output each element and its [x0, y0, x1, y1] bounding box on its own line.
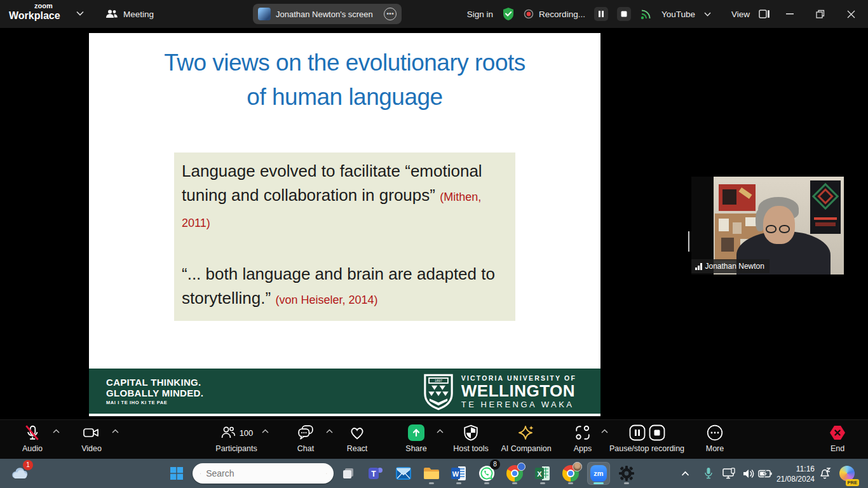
quote-mithen: Language evolved to facilitate “emotiona… — [182, 159, 508, 235]
security-shield-icon[interactable] — [502, 7, 515, 21]
end-meeting-button[interactable]: End — [809, 423, 866, 458]
view-button[interactable]: View — [731, 10, 750, 19]
start-button[interactable] — [165, 462, 188, 485]
taskbar-clock[interactable]: 11:16 21/08/2024 — [770, 462, 815, 485]
stop-recording-icon[interactable] — [649, 424, 665, 441]
tab-meeting[interactable]: Meeting — [102, 5, 158, 23]
zoom-logo-text: zoom — [34, 3, 60, 10]
more-button[interactable]: More — [686, 423, 743, 458]
university-tagline: CAPITAL THINKING. GLOBALLY MINDED. MAI I… — [106, 377, 203, 405]
volume-indicator[interactable] — [740, 462, 758, 485]
more-ellipsis-icon — [707, 424, 723, 441]
word-app-button[interactable]: W — [447, 462, 470, 485]
gear-icon — [618, 465, 635, 482]
mail-app-button[interactable] — [392, 462, 415, 485]
zoom-workplace-logo: zoom Workplace — [9, 3, 60, 21]
task-view-button[interactable] — [337, 462, 360, 485]
participants-button[interactable]: 100 Participants — [201, 423, 271, 458]
search-icon — [200, 469, 201, 478]
shared-slide: Two views on the evolutionary roots of h… — [89, 33, 600, 416]
mail-icon — [395, 465, 412, 482]
cast-display-indicator[interactable] — [720, 462, 739, 485]
apps-icon — [574, 424, 591, 441]
restore-window-button[interactable] — [810, 4, 831, 24]
file-explorer-button[interactable] — [420, 462, 443, 485]
taskbar-search[interactable] — [193, 463, 334, 484]
chat-button[interactable]: Chat — [277, 423, 334, 458]
chevron-up-icon[interactable] — [112, 429, 119, 433]
folder-icon — [423, 466, 440, 480]
chrome-profile-app-button[interactable] — [559, 462, 582, 485]
chrome-icon — [562, 465, 579, 482]
zoom-app-button[interactable]: zm — [587, 462, 610, 485]
tray-expand-button[interactable] — [676, 462, 694, 485]
meeting-people-icon — [105, 9, 118, 19]
ai-companion-button[interactable]: AI Companion — [491, 423, 561, 458]
participant-video-tile[interactable]: Jonathan Newton — [691, 177, 844, 274]
microphone-in-use-indicator[interactable] — [700, 462, 717, 485]
participants-icon — [220, 425, 236, 440]
chevron-down-icon[interactable] — [76, 11, 84, 16]
minimize-button[interactable] — [779, 4, 801, 24]
react-button[interactable]: React — [329, 423, 386, 458]
video-button[interactable]: Video — [63, 423, 120, 458]
svg-text:W: W — [452, 470, 459, 478]
audio-button[interactable]: Audio — [4, 423, 61, 458]
search-input[interactable] — [206, 468, 321, 478]
slide-quote-box: Language evolved to facilitate “emotiona… — [174, 152, 515, 321]
stop-recording-button[interactable] — [617, 7, 631, 21]
participant-name: Jonathan Newton — [705, 262, 764, 271]
window-titlebar: zoom Workplace Meeting Jonathan Newton's… — [0, 0, 868, 28]
recording-indicator: Recording... — [524, 9, 585, 19]
notifications-button[interactable] — [816, 462, 834, 485]
recording-label: Recording... — [539, 10, 585, 19]
slide-title: Two views on the evolutionary roots of h… — [89, 46, 600, 114]
meeting-tab-label: Meeting — [123, 10, 154, 19]
chrome-icon — [506, 465, 523, 482]
ai-companion-sparkle-icon — [517, 424, 535, 442]
logo-year-text: 1897 — [435, 379, 442, 383]
weather-widget[interactable]: 1 — [9, 462, 32, 485]
shared-screen-avatar — [258, 8, 271, 20]
camera-icon — [83, 425, 100, 440]
chevron-up-icon[interactable] — [53, 429, 60, 433]
svg-text:X: X — [537, 470, 542, 478]
zoom-app-icon: zm — [590, 465, 607, 482]
pause-stop-recording-button[interactable]: Pause/stop recording — [596, 423, 698, 458]
recording-dot-icon — [524, 9, 534, 19]
microphone-muted-icon — [24, 424, 41, 441]
youtube-live-button[interactable]: YouTube — [661, 10, 695, 19]
end-meeting-icon — [829, 424, 846, 441]
signal-strength-icon — [695, 263, 702, 270]
excel-app-button[interactable]: X — [531, 462, 554, 485]
settings-app-button[interactable] — [615, 462, 638, 485]
pause-recording-button[interactable] — [594, 7, 608, 21]
copilot-pre-badge: PRE — [846, 479, 859, 486]
whatsapp-app-button[interactable]: 8 — [475, 462, 498, 485]
sign-in-button[interactable]: Sign in — [467, 10, 493, 19]
svg-text:T: T — [371, 470, 376, 478]
teams-app-button[interactable]: T — [364, 462, 387, 485]
meeting-controls-toolbar: Audio Video 100 Participants — [0, 419, 868, 459]
workplace-logo-text: Workplace — [9, 11, 60, 21]
tray-date: 21/08/2024 — [770, 474, 815, 484]
copilot-button[interactable]: PRE — [837, 462, 857, 485]
close-button[interactable] — [840, 4, 862, 24]
chat-bubble-icon — [297, 424, 314, 441]
view-layout-icon[interactable] — [759, 9, 770, 19]
university-name: VICTORIA UNIVERSITY OF WELLINGTON TE HER… — [461, 375, 576, 409]
chrome-app-button[interactable] — [503, 462, 526, 485]
profile-avatar-overlay — [573, 462, 582, 471]
host-tools-shield-icon — [463, 424, 478, 441]
pause-recording-icon[interactable] — [629, 424, 646, 441]
microphone-icon — [704, 467, 713, 480]
shared-screen-options-icon[interactable]: ••• — [384, 8, 397, 20]
chevron-up-icon[interactable] — [262, 429, 269, 433]
windows-taskbar: 1 T — [0, 459, 868, 488]
chevron-down-icon[interactable] — [704, 12, 711, 17]
display-icon — [722, 468, 736, 480]
whatsapp-badge: 8 — [490, 459, 500, 470]
shared-screen-pill[interactable]: Jonathan Newton's screen ••• — [253, 4, 402, 24]
share-screen-icon — [408, 424, 424, 441]
university-shield-logo: 1897 — [423, 374, 454, 410]
